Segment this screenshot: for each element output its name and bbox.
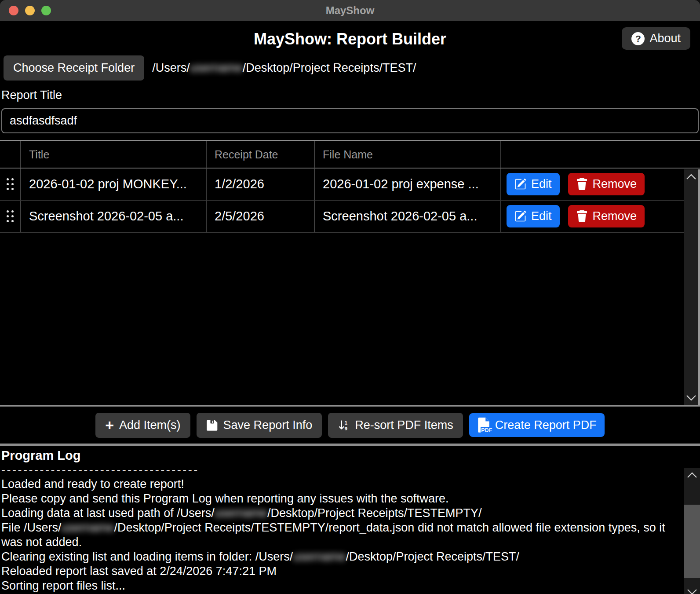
row-file-cell: 2026-01-02 proj expense ... <box>315 169 501 201</box>
titlebar-title: MayShow <box>326 4 375 17</box>
log-line: Please copy and send this Program Log wh… <box>1 491 678 506</box>
log-separator: ------------------------------------ <box>1 463 221 477</box>
add-items-label: Add Item(s) <box>119 418 181 432</box>
edit-button[interactable]: Edit <box>507 205 560 227</box>
redacted-username: username <box>215 506 267 521</box>
trash-icon <box>576 178 588 190</box>
edit-button[interactable]: Edit <box>507 173 560 195</box>
log-text: Clearing existing list and loading items… <box>1 550 293 563</box>
log-line: Sorting report files list... <box>1 579 678 593</box>
add-items-button[interactable]: + Add Item(s) <box>95 413 190 438</box>
create-report-pdf-label: Create Report PDF <box>495 418 597 432</box>
column-header-title: Title <box>21 141 207 169</box>
save-report-info-button[interactable]: Save Report Info <box>197 413 322 438</box>
log-line: Loaded and ready to create report! <box>1 477 678 491</box>
program-log-heading: Program Log <box>1 448 700 463</box>
log-text: /Desktop/Project Receipts/TESTEMPTY/ <box>267 506 482 520</box>
row-title-cell: 2026-01-02 proj MONKEY... <box>21 169 207 201</box>
about-button-label: About <box>649 32 681 45</box>
trash-icon <box>576 210 588 222</box>
row-drag-cell <box>0 201 21 233</box>
edit-button-label: Edit <box>531 209 552 223</box>
redacted-username: username <box>293 550 346 564</box>
program-log: Program Log ----------------------------… <box>0 446 700 594</box>
scroll-down-icon[interactable] <box>687 589 697 594</box>
row-date-cell: 2/5/2026 <box>207 201 315 233</box>
resort-pdf-items-button[interactable]: 19 Re-sort PDF Items <box>328 413 463 438</box>
remove-button-label: Remove <box>593 209 637 223</box>
pencil-square-icon <box>514 210 526 222</box>
redacted-username: username <box>62 521 114 535</box>
row-title-cell: Screenshot 2026-02-05 a... <box>21 201 207 233</box>
remove-button[interactable]: Remove <box>568 205 645 227</box>
folder-row: Choose Receipt Folder /Users/username/De… <box>4 55 700 81</box>
path-prefix: /Users/ <box>152 61 190 74</box>
minimize-window-button[interactable] <box>25 6 35 15</box>
report-title-label: Report Title <box>1 88 700 102</box>
pdf-badge: PDF <box>481 427 493 433</box>
column-header-date: Receipt Date <box>207 141 315 169</box>
items-table: Title Receipt Date File Name 2026-01-02 … <box>0 140 700 407</box>
scroll-down-icon[interactable] <box>686 395 696 401</box>
drag-column-header <box>0 141 21 169</box>
log-line: File /Users/username/Desktop/Project Rec… <box>1 521 678 550</box>
drag-handle-icon[interactable] <box>7 178 14 190</box>
scroll-up-icon[interactable] <box>686 174 696 180</box>
svg-text:1: 1 <box>345 419 348 425</box>
titlebar[interactable]: MayShow <box>0 0 700 21</box>
report-title-input[interactable] <box>1 108 699 133</box>
edit-button-label: Edit <box>531 177 552 191</box>
zoom-window-button[interactable] <box>41 6 51 15</box>
log-scrollbar-thumb[interactable] <box>684 505 700 578</box>
bottom-toolbar: + Add Item(s) Save Report Info 19 Re-sor… <box>0 407 700 444</box>
log-text: File /Users/ <box>1 521 62 534</box>
receipt-folder-path: /Users/username/Desktop/Project Receipts… <box>152 61 416 75</box>
log-scrollbar[interactable] <box>684 468 700 594</box>
save-floppy-icon <box>206 419 218 431</box>
table-row: 2026-01-02 proj MONKEY... 1/2/2026 2026-… <box>0 169 700 201</box>
app-window: MayShow MayShow: Report Builder ? About … <box>0 0 700 594</box>
table-header-row: Title Receipt Date File Name <box>0 141 700 169</box>
scroll-up-icon[interactable] <box>687 472 697 478</box>
page-title: MayShow: Report Builder <box>0 26 700 52</box>
row-date-cell: 1/2/2026 <box>207 169 315 201</box>
header: MayShow: Report Builder ? About <box>0 26 700 52</box>
log-line: Clearing existing list and loading items… <box>1 550 678 564</box>
drag-handle-icon[interactable] <box>7 210 14 222</box>
log-line: Loading data at last used path of /Users… <box>1 506 678 521</box>
pencil-square-icon <box>514 178 526 190</box>
create-report-pdf-button[interactable]: PDF Create Report PDF <box>469 413 605 437</box>
redacted-username: username <box>190 61 243 75</box>
row-actions-cell: Edit Remove <box>501 169 700 201</box>
sort-numeric-down-icon: 19 <box>338 419 350 431</box>
log-lines: Loaded and ready to create report! Pleas… <box>1 477 678 593</box>
row-actions-cell: Edit Remove <box>501 201 700 233</box>
row-drag-cell <box>0 169 21 201</box>
close-window-button[interactable] <box>9 6 18 15</box>
log-text: Loading data at last used path of /Users… <box>1 506 215 520</box>
save-report-info-label: Save Report Info <box>223 418 313 432</box>
log-text: /Desktop/Project Receipts/TEST/ <box>346 550 519 563</box>
table-scrollbar[interactable] <box>684 169 700 405</box>
resort-pdf-items-label: Re-sort PDF Items <box>355 418 453 432</box>
column-header-actions <box>501 141 700 169</box>
row-file-cell: Screenshot 2026-02-05 a... <box>315 201 501 233</box>
file-pdf-icon: PDF <box>477 418 490 433</box>
plus-icon: + <box>105 419 114 431</box>
about-button[interactable]: ? About <box>622 27 690 50</box>
remove-button[interactable]: Remove <box>568 173 645 195</box>
choose-receipt-folder-button[interactable]: Choose Receipt Folder <box>4 55 144 81</box>
path-suffix: /Desktop/Project Receipts/TEST/ <box>243 61 416 74</box>
log-line: Reloaded report last saved at 2/24/2026 … <box>1 564 678 579</box>
table-row: Screenshot 2026-02-05 a... 2/5/2026 Scre… <box>0 201 700 233</box>
question-circle-icon: ? <box>631 32 645 45</box>
remove-button-label: Remove <box>593 177 637 191</box>
window-controls <box>9 0 51 21</box>
column-header-file: File Name <box>315 141 501 169</box>
svg-text:9: 9 <box>345 425 348 431</box>
